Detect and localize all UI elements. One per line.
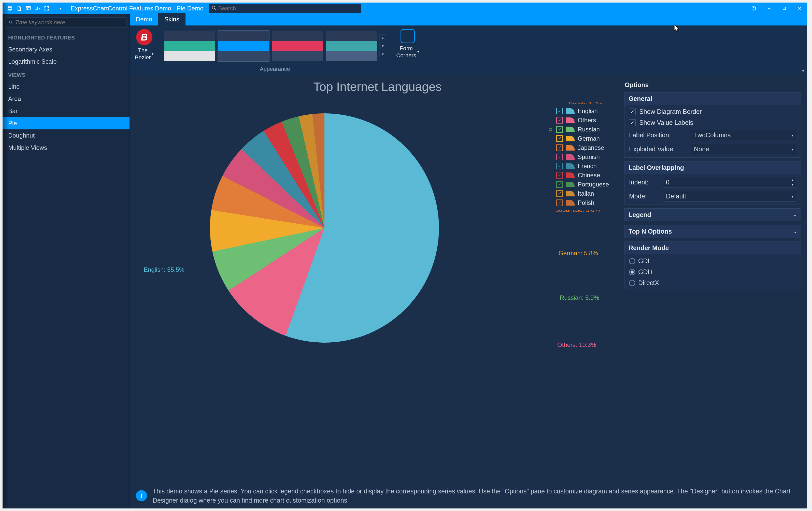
tab-skins[interactable]: Skins [158, 13, 185, 25]
sidebar-section-title: HIGHLIGHTED FEATURES [3, 31, 129, 43]
bezier-button[interactable]: B The Bezier▾ [133, 27, 155, 63]
legend-item-russian[interactable]: Russian [556, 125, 609, 134]
render-option-directx[interactable]: DirectX [629, 279, 796, 287]
sidebar-item-area[interactable]: Area [3, 93, 129, 105]
radio-icon[interactable] [629, 269, 635, 275]
scroll-up-icon[interactable]: ▴ [379, 34, 386, 41]
legend-item-portuguese[interactable]: Portuguese [556, 180, 609, 189]
skin-swatch[interactable] [164, 31, 215, 61]
general-header[interactable]: General [625, 92, 801, 105]
legend-item-chinese[interactable]: Chinese [556, 171, 609, 180]
label-position-label: Label Position: [629, 131, 688, 139]
legend-checkbox[interactable] [556, 135, 563, 142]
fullscreen-icon[interactable] [44, 6, 49, 11]
bezier-icon: B [136, 29, 152, 45]
callout-label: German: 5.8% [558, 250, 598, 257]
callout-label: Others: 10.3% [557, 341, 596, 348]
legend-marker-icon [566, 200, 575, 206]
legend-checkbox[interactable] [556, 126, 563, 133]
scroll-expand-icon[interactable]: ▾ [379, 51, 386, 57]
render-option-gdi[interactable]: GDI [629, 257, 796, 265]
sidebar-item-doughnut[interactable]: Doughnut [3, 129, 129, 142]
sidebar-item-bar[interactable]: Bar [3, 105, 129, 117]
legend-label: English [578, 107, 598, 115]
svg-rect-8 [783, 7, 785, 9]
legend-checkbox[interactable] [556, 190, 563, 197]
radio-icon[interactable] [629, 258, 635, 264]
layout-icon[interactable]: ▾ [35, 6, 40, 11]
titlebar-search[interactable] [209, 4, 361, 13]
info-icon: i [136, 490, 147, 501]
legend-header[interactable]: Legend ⌄ [625, 209, 801, 221]
titlebar-search-input[interactable] [218, 5, 358, 12]
skin-swatch[interactable] [326, 31, 377, 61]
minimize-button[interactable] [761, 3, 777, 14]
legend-checkbox[interactable] [556, 163, 563, 169]
label-overlap-header[interactable]: Label Overlapping [625, 162, 801, 174]
spinner-down-icon[interactable]: ▾ [789, 182, 796, 187]
legend-item-french[interactable]: French [556, 162, 609, 171]
show-labels-checkbox[interactable] [629, 119, 636, 126]
close-button[interactable] [792, 3, 807, 14]
sidebar-item-pie[interactable]: Pie [3, 117, 129, 129]
titlebar: ▾ ▾ ExpressChartControl Features Demo - … [3, 3, 807, 14]
spinner-up-icon[interactable]: ▴ [789, 177, 796, 182]
chevron-down-icon: ▾ [792, 133, 793, 137]
swatch-scroll[interactable]: ▴ ▾ ▾ [378, 32, 387, 59]
sidebar-search[interactable] [6, 17, 126, 28]
designer-icon[interactable] [25, 6, 31, 11]
label-position-select[interactable]: TwoColumns ▾ [691, 130, 796, 140]
sidebar-item-multiple-views[interactable]: Multiple Views [3, 142, 129, 154]
legend-item-japanese[interactable]: Japanese [556, 143, 609, 152]
legend-label: German [578, 135, 600, 142]
mode-select[interactable]: Default ▾ [663, 191, 796, 201]
scroll-down-icon[interactable]: ▾ [379, 43, 386, 49]
chevron-down-icon: ▾ [792, 147, 793, 151]
legend-checkbox[interactable] [556, 117, 563, 124]
ribbon-expand-icon[interactable]: ▾ [802, 69, 804, 73]
tab-demo[interactable]: Demo [130, 13, 158, 25]
form-corners-button[interactable]: Form Corners▾ [394, 27, 421, 61]
qat-customize-icon[interactable]: ▾ [58, 6, 63, 11]
bezier-label: The Bezier [135, 47, 151, 61]
form-corners-label: Form Corners [396, 45, 416, 59]
sidebar-item-line[interactable]: Line [3, 80, 129, 93]
topn-header[interactable]: Top N Options ⌄ [625, 225, 801, 238]
legend-item-english[interactable]: English [556, 106, 609, 116]
legend-checkbox[interactable] [556, 172, 563, 179]
skin-swatch[interactable] [218, 31, 269, 61]
sidebar: HIGHLIGHTED FEATURESSecondary AxesLogari… [3, 14, 130, 508]
pie-chart[interactable] [210, 113, 439, 343]
render-header[interactable]: Render Mode [625, 242, 801, 254]
legend-item-polish[interactable]: Polish [556, 198, 609, 207]
search-icon [212, 6, 216, 11]
maximize-button[interactable] [777, 3, 792, 14]
legend-item-others[interactable]: Others [556, 116, 609, 125]
legend-marker-icon [566, 136, 575, 141]
skin-swatch[interactable] [272, 31, 323, 61]
sidebar-search-input[interactable] [15, 19, 123, 26]
indent-spinner[interactable]: 0 ▴▾ [663, 177, 796, 187]
legend-label: Japanese [578, 144, 604, 151]
legend-checkbox[interactable] [556, 154, 563, 160]
legend-label: Russian [578, 126, 600, 133]
chevron-down-icon: ⌄ [794, 230, 797, 234]
sidebar-item-logarithmic-scale[interactable]: Logarithmic Scale [3, 56, 129, 68]
legend-item-italian[interactable]: Italian [556, 189, 609, 198]
sidebar-section-title: VIEWS [3, 68, 129, 80]
legend-checkbox[interactable] [556, 181, 563, 188]
callout-label: English: 55.5% [144, 266, 184, 273]
render-option-gdiplus[interactable]: GDI+ [629, 268, 796, 276]
show-border-checkbox[interactable] [629, 109, 636, 115]
sidebar-item-secondary-axes[interactable]: Secondary Axes [3, 43, 129, 56]
legend-item-spanish[interactable]: Spanish [556, 152, 609, 162]
legend-item-german[interactable]: German [556, 134, 609, 143]
legend-checkbox[interactable] [556, 199, 563, 206]
help-icon[interactable] [746, 3, 761, 14]
chevron-down-icon: ▾ [417, 50, 419, 54]
radio-icon[interactable] [629, 280, 635, 286]
exploded-value-select[interactable]: None ▾ [691, 144, 796, 154]
legend-checkbox[interactable] [556, 144, 563, 151]
document-icon[interactable] [16, 6, 22, 11]
legend-checkbox[interactable] [556, 108, 563, 114]
